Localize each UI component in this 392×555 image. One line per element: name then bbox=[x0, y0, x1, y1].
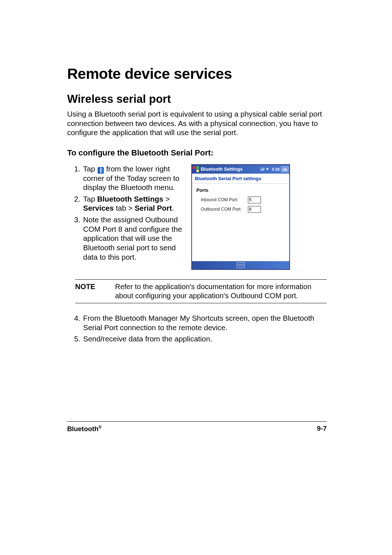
inbound-port-input[interactable] bbox=[248, 197, 261, 203]
step-1-text-a: Tap bbox=[83, 165, 97, 173]
outbound-port-input[interactable] bbox=[248, 206, 261, 213]
step-2-bold-services: Services bbox=[83, 204, 114, 212]
step-2-text-a: Tap bbox=[83, 195, 97, 203]
page-footer: Bluetooth® 9-7 bbox=[67, 421, 327, 433]
steps-list-continued: From the Bluetooth Manager My Shortcuts … bbox=[67, 313, 327, 344]
procedure-heading: To configure the Bluetooth Serial Port: bbox=[67, 148, 327, 158]
section-subtitle: Wireless serial port bbox=[67, 93, 327, 106]
registered-mark: ® bbox=[98, 425, 102, 430]
footer-left-text: Bluetooth bbox=[67, 425, 98, 433]
inbound-port-row: Inbound COM Port: bbox=[196, 197, 285, 203]
steps-column: Tap from the lower right corner of the T… bbox=[67, 164, 183, 270]
pda-window-title: Bluetooth Settings bbox=[201, 166, 243, 172]
step-3: Note the assigned Outbound COM Port 8 an… bbox=[82, 215, 183, 262]
pda-titlebar: Bluetooth Settings x 3:19 ok bbox=[192, 165, 289, 174]
footer-left: Bluetooth® bbox=[67, 425, 102, 433]
step-2-bold-serial-port: Serial Port bbox=[135, 204, 172, 212]
inbound-port-label: Inbound COM Port: bbox=[201, 197, 248, 202]
steps-list: Tap from the lower right corner of the T… bbox=[67, 164, 183, 262]
signal-icon: x bbox=[260, 167, 264, 172]
pda-bottombar bbox=[192, 261, 289, 269]
note-box: NOTE Refer to the application's document… bbox=[75, 279, 327, 303]
page: Remote device services Wireless serial p… bbox=[0, 0, 392, 555]
keyboard-icon[interactable] bbox=[237, 262, 245, 268]
step-2-text-d: . bbox=[172, 204, 174, 212]
status-icons: x 3:19 bbox=[260, 167, 279, 172]
outbound-port-label: Outbound COM Port: bbox=[201, 207, 248, 212]
svg-rect-3 bbox=[193, 170, 196, 172]
pda-subtitle: Bluetooth Serial Port settings bbox=[192, 174, 289, 184]
bluetooth-icon bbox=[98, 166, 104, 173]
svg-rect-4 bbox=[196, 170, 199, 172]
volume-icon bbox=[266, 167, 270, 172]
ports-group-label: Ports bbox=[196, 187, 285, 193]
pda-screenshot: Bluetooth Settings x 3:19 ok Bluetooth S… bbox=[191, 164, 290, 270]
step-2: Tap Bluetooth Settings > Services tab > … bbox=[82, 194, 183, 213]
step-4: From the Bluetooth Manager My Shortcuts … bbox=[82, 313, 327, 332]
pda-body: Ports Inbound COM Port: Outbound COM Por… bbox=[192, 184, 289, 261]
svg-text:x: x bbox=[261, 167, 262, 169]
clock-text: 3:19 bbox=[271, 167, 279, 171]
svg-rect-1 bbox=[193, 166, 196, 169]
footer-page-number: 9-7 bbox=[317, 425, 327, 433]
intro-paragraph: Using a Bluetooth serial port is equival… bbox=[67, 109, 327, 137]
ok-button[interactable]: ok bbox=[281, 166, 289, 172]
step-1: Tap from the lower right corner of the T… bbox=[82, 164, 183, 192]
step-2-bold-bt-settings: Bluetooth Settings bbox=[97, 195, 163, 203]
outbound-port-row: Outbound COM Port: bbox=[196, 206, 285, 213]
step-5: Send/receive data from the application. bbox=[82, 334, 327, 344]
step-2-text-c: tab > bbox=[114, 204, 135, 212]
step-2-text-b: > bbox=[163, 195, 170, 203]
start-icon[interactable] bbox=[193, 166, 199, 173]
note-label: NOTE bbox=[75, 282, 115, 300]
page-title: Remote device services bbox=[67, 65, 327, 82]
svg-rect-2 bbox=[196, 166, 199, 169]
note-text: Refer to the application's documentation… bbox=[115, 282, 327, 300]
